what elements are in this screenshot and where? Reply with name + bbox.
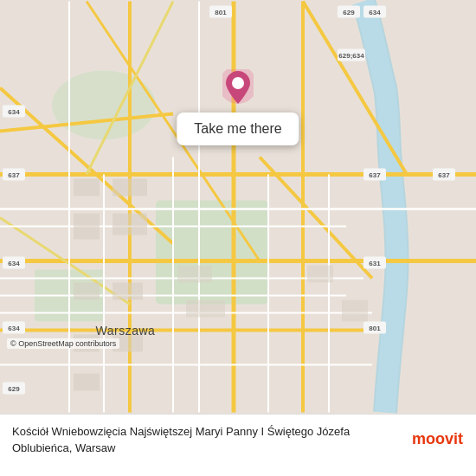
svg-rect-34 [113, 283, 143, 300]
info-bar: Kościół Wniebowzięcia Najświętszej Maryi… [0, 414, 476, 476]
svg-text:629: 629 [343, 9, 355, 16]
svg-text:801: 801 [369, 325, 381, 332]
svg-rect-32 [177, 266, 212, 283]
svg-text:629;634: 629;634 [338, 52, 364, 60]
map-popup[interactable]: Take me there [177, 113, 299, 145]
svg-text:629: 629 [8, 385, 20, 393]
svg-text:634: 634 [369, 9, 381, 16]
svg-text:634: 634 [8, 325, 20, 332]
svg-rect-28 [74, 179, 100, 196]
svg-rect-30 [74, 214, 100, 240]
moovit-logo[interactable]: moovit [412, 425, 464, 449]
svg-text:801: 801 [215, 9, 227, 16]
map-pin [222, 69, 254, 111]
svg-text:637: 637 [8, 171, 20, 179]
map-container[interactable]: 801 629 634 629;634 637 634 634 634 637 … [0, 0, 476, 414]
svg-rect-33 [74, 283, 100, 300]
svg-rect-38 [74, 374, 100, 391]
location-title: Kościół Wniebowzięcia Najświętszej Maryi… [12, 425, 350, 454]
location-info: Kościół Wniebowzięcia Najświętszej Maryi… [12, 423, 403, 456]
map-svg: 801 629 634 629;634 637 634 634 634 637 … [0, 0, 476, 414]
svg-rect-39 [307, 266, 333, 283]
svg-text:637: 637 [438, 171, 450, 179]
svg-point-69 [232, 77, 244, 89]
svg-rect-29 [113, 179, 147, 196]
svg-text:moovit: moovit [412, 430, 463, 447]
svg-rect-40 [342, 300, 368, 322]
svg-text:Warszawa: Warszawa [96, 324, 156, 338]
svg-text:634: 634 [8, 108, 20, 116]
svg-text:634: 634 [8, 260, 20, 267]
osm-attribution[interactable]: © OpenStreetMap contributors [7, 338, 119, 349]
popup-text: Take me there [194, 121, 281, 137]
svg-text:631: 631 [369, 260, 381, 267]
svg-text:637: 637 [369, 171, 381, 179]
svg-rect-35 [186, 300, 225, 318]
app: 801 629 634 629;634 637 634 634 634 637 … [0, 0, 476, 476]
svg-rect-31 [113, 214, 147, 235]
moovit-logo-svg: moovit [412, 425, 464, 449]
